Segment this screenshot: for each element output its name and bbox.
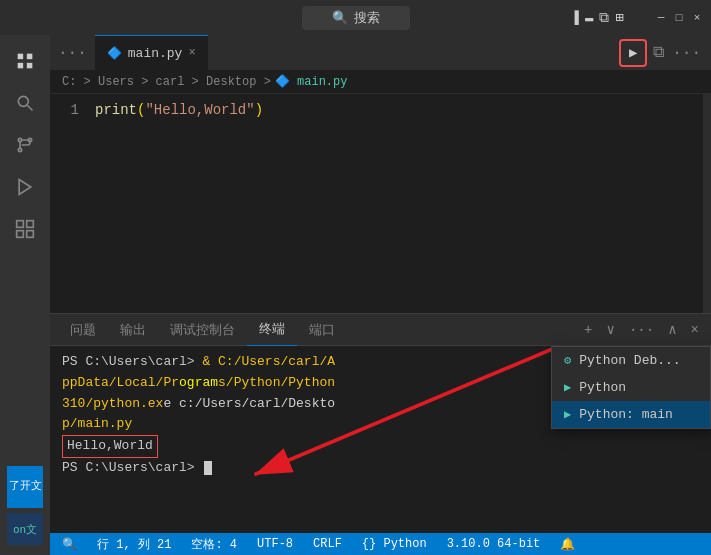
tab-close-button[interactable]: × (188, 46, 195, 60)
string-literal: "Hello,World" (145, 102, 254, 118)
python-file-icon: 🔷 (107, 46, 122, 61)
tab-problems[interactable]: 问题 (58, 314, 108, 346)
panel-close[interactable]: × (687, 320, 703, 340)
svg-rect-1 (27, 54, 33, 60)
dropdown-item-python[interactable]: ▶ Python (552, 374, 710, 401)
svg-rect-13 (27, 231, 34, 238)
terminal-cmd-5: e c:/Users/carl/Deskto (163, 396, 335, 411)
svg-rect-12 (17, 231, 24, 238)
line-content-1: print("Hello,World") (95, 102, 263, 118)
breadcrumb-path: C: > Users > carl > Desktop > (62, 75, 271, 89)
tabs-overflow[interactable]: ··· (50, 44, 95, 62)
svg-point-4 (18, 96, 28, 106)
layout-icon[interactable]: ⊞ (615, 9, 623, 26)
tab-ports[interactable]: 端口 (297, 314, 347, 346)
search-placeholder: 搜索 (354, 9, 380, 27)
editor-area: ··· 🔷 main.py × ▶ ⧉ ··· C: > Users > car… (50, 35, 711, 555)
run-icon: ▶ (629, 44, 637, 61)
svg-rect-2 (18, 63, 24, 69)
breadcrumb-file: 🔷 main.py (275, 74, 348, 89)
terminal-cmd-6: p/main.py (62, 416, 132, 431)
terminal-output-line: Hello,World (62, 435, 699, 458)
window-controls: ▐ ▬ ⧉ ⊞ ─ □ × (571, 9, 703, 27)
activity-search[interactable] (7, 85, 43, 121)
terminal-panel: 问题 输出 调试控制台 终端 端口 + ∨ ··· ∧ × PS C:\User… (50, 313, 711, 533)
close-button[interactable]: × (691, 12, 703, 24)
run-button[interactable]: ▶ (619, 39, 647, 67)
tab-output[interactable]: 输出 (108, 314, 158, 346)
dropdown-item-python-debug[interactable]: ⚙ Python Deb... (552, 347, 710, 374)
status-bar: 🔍 行 1, 列 21 空格: 4 UTF-8 CRLF {} Python 3… (50, 533, 711, 555)
status-spaces[interactable]: 空格: 4 (187, 536, 241, 553)
terminal-hello-output: Hello,World (62, 435, 158, 458)
main-layout: 了开文 on文 ··· 🔷 main.py × ▶ ⧉ ··· (0, 35, 711, 555)
sidebar-overlay-2: on文 (7, 511, 43, 547)
panel-toggle-icon[interactable]: ▬ (585, 10, 593, 26)
dropdown-item-python-main[interactable]: ▶ Python: main (552, 401, 710, 428)
tab-bar: ··· 🔷 main.py × ▶ ⧉ ··· (50, 35, 711, 70)
add-terminal-button[interactable]: + (580, 320, 596, 340)
dropdown-label-1: Python Deb... (579, 353, 680, 368)
status-search[interactable]: 🔍 (58, 537, 81, 552)
terminal-prompt-1: PS C:\Users\carl> (62, 354, 202, 369)
keyword-print: print (95, 102, 137, 118)
title-bar: 🔍 搜索 ▐ ▬ ⧉ ⊞ ─ □ × (0, 0, 711, 35)
activity-bar: 了开文 on文 (0, 35, 50, 555)
terminal-cursor (204, 461, 212, 475)
bell-icon: 🔔 (560, 537, 575, 552)
status-search-icon: 🔍 (62, 537, 77, 552)
split-editor-icon[interactable]: ⧉ (599, 10, 609, 26)
svg-line-5 (28, 106, 33, 111)
status-line-ending[interactable]: CRLF (309, 537, 346, 551)
editor-actions: ▶ ⧉ ··· (619, 39, 703, 67)
terminal-tox: ogram (179, 375, 218, 390)
activity-extensions[interactable] (7, 211, 43, 247)
tab-terminal[interactable]: 终端 (247, 314, 297, 346)
editor-scrollbar[interactable] (703, 94, 711, 313)
panel-chevron-down[interactable]: ∨ (603, 319, 619, 340)
svg-point-6 (18, 138, 21, 141)
status-encoding[interactable]: UTF-8 (253, 537, 297, 551)
python-debug-icon: ⚙ (564, 353, 571, 368)
python-main-icon: ▶ (564, 407, 571, 422)
dropdown-menu: ⚙ Python Deb... ▶ Python ▶ Python: main (551, 346, 711, 429)
more-actions-icon[interactable]: ··· (670, 42, 703, 64)
svg-rect-11 (27, 221, 34, 228)
terminal-line-5: PS C:\Users\carl> (62, 458, 699, 479)
tab-debug-console[interactable]: 调试控制台 (158, 314, 247, 346)
panel-tabs: 问题 输出 调试控制台 终端 端口 + ∨ ··· ∧ × (50, 314, 711, 346)
activity-git[interactable] (7, 127, 43, 163)
status-language[interactable]: {} Python (358, 537, 431, 551)
terminal-command: & C:/Users/carl/A (202, 354, 335, 369)
svg-marker-9 (19, 180, 31, 195)
activity-debug[interactable] (7, 169, 43, 205)
status-row-col[interactable]: 行 1, 列 21 (93, 536, 175, 553)
code-line-1: 1 print("Hello,World") (50, 102, 711, 124)
line-number-1: 1 (50, 102, 95, 118)
panel-more-actions[interactable]: ··· (625, 320, 658, 340)
sidebar-toggle-icon[interactable]: ▐ (571, 10, 579, 26)
status-python-version[interactable]: 3.10.0 64-bit (443, 537, 545, 551)
split-editor-icon[interactable]: ⧉ (651, 41, 666, 64)
breadcrumb: C: > Users > carl > Desktop > 🔷 main.py (50, 70, 711, 94)
terminal-cmd-3: s/Python/Python (218, 375, 335, 390)
panel-chevron-up[interactable]: ∧ (664, 319, 680, 340)
activity-explorer[interactable] (7, 43, 43, 79)
code-editor[interactable]: 1 print("Hello,World") (50, 94, 711, 313)
tab-filename: main.py (128, 46, 183, 61)
paren-close: ) (255, 102, 263, 118)
dropdown-label-2: Python (579, 380, 626, 395)
svg-rect-0 (18, 54, 24, 60)
minimize-button[interactable]: ─ (655, 12, 667, 24)
panel-actions: + ∨ ··· ∧ × (580, 319, 703, 340)
svg-rect-10 (17, 221, 24, 228)
search-bar[interactable]: 🔍 搜索 (302, 6, 410, 30)
dropdown-label-3: Python: main (579, 407, 673, 422)
python-icon: ▶ (564, 380, 571, 395)
sidebar-overlay-1: 了开文 (7, 469, 43, 505)
terminal-cmd-4: 310/python.ex (62, 396, 163, 411)
status-bell[interactable]: 🔔 (556, 537, 579, 552)
maximize-button[interactable]: □ (673, 12, 685, 24)
search-icon: 🔍 (332, 10, 348, 26)
tab-main-py[interactable]: 🔷 main.py × (95, 35, 208, 70)
